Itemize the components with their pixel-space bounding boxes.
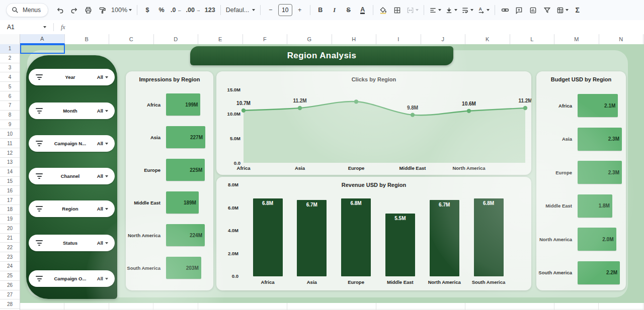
- formula-input[interactable]: [69, 20, 644, 34]
- column-header-H[interactable]: H: [332, 34, 377, 44]
- redo-button[interactable]: [67, 4, 80, 17]
- chart-icon: [529, 7, 537, 14]
- row-header-25[interactable]: 25: [0, 271, 20, 281]
- divider: [260, 5, 261, 15]
- column-header-K[interactable]: K: [465, 34, 510, 44]
- borders-button[interactable]: [391, 4, 404, 17]
- text-color-button[interactable]: A: [356, 4, 369, 17]
- text-wrap-button[interactable]: [460, 4, 475, 17]
- slicer-value-dropdown[interactable]: All: [97, 173, 108, 179]
- column-header-I[interactable]: I: [376, 34, 421, 44]
- row-header-24[interactable]: 24: [0, 262, 20, 271]
- row-header-3[interactable]: 3: [0, 63, 20, 73]
- font-select[interactable]: Defaul...: [224, 4, 257, 17]
- insert-link-button[interactable]: [499, 4, 512, 17]
- row-header-15[interactable]: 15: [0, 177, 20, 186]
- strikethrough-button[interactable]: S: [342, 4, 355, 17]
- vertical-align-button[interactable]: [444, 4, 459, 17]
- row-header-23[interactable]: 23: [0, 252, 20, 262]
- slicer-value-dropdown[interactable]: All: [97, 108, 108, 114]
- row-header-18[interactable]: 18: [0, 205, 20, 215]
- column-header-J[interactable]: J: [421, 34, 466, 44]
- row-header-17[interactable]: 17: [0, 195, 20, 205]
- increase-font-size-button[interactable]: +: [293, 4, 306, 17]
- column-header-F[interactable]: F: [243, 34, 288, 44]
- column-header-C[interactable]: C: [109, 34, 154, 44]
- category-label: North America: [536, 228, 576, 251]
- row-header-28[interactable]: 28: [0, 299, 20, 309]
- column-header-M[interactable]: M: [554, 34, 599, 44]
- column-header-D[interactable]: D: [154, 34, 199, 44]
- decrease-decimal-button[interactable]: .0←: [169, 4, 183, 17]
- bold-button[interactable]: B: [314, 4, 327, 17]
- row-header-11[interactable]: 11: [0, 139, 20, 148]
- fill-color-button[interactable]: [377, 4, 390, 17]
- merge-cells-button[interactable]: [405, 4, 420, 17]
- slicer-year[interactable]: YearAll: [29, 69, 115, 85]
- print-button[interactable]: [82, 4, 95, 17]
- row-header-5[interactable]: 5: [0, 82, 20, 91]
- row-header-10[interactable]: 10: [0, 129, 20, 139]
- slicer-value-dropdown[interactable]: All: [97, 206, 108, 212]
- column-header-G[interactable]: G: [287, 34, 332, 44]
- row-header-19[interactable]: 19: [0, 215, 20, 224]
- zoom-select[interactable]: 100%: [110, 4, 133, 17]
- row-header-21[interactable]: 21: [0, 234, 20, 243]
- row-header-14[interactable]: 14: [0, 167, 20, 177]
- format-currency-button[interactable]: $: [141, 4, 154, 17]
- column-header-N[interactable]: N: [599, 34, 644, 44]
- row-header-22[interactable]: 22: [0, 243, 20, 252]
- slicer-value-dropdown[interactable]: All: [97, 240, 108, 246]
- functions-button[interactable]: Σ: [571, 4, 584, 17]
- slicer-campaign-o[interactable]: Campaign O...All: [29, 270, 115, 287]
- row-header-20[interactable]: 20: [0, 224, 20, 234]
- row-header-16[interactable]: 16: [0, 186, 20, 195]
- slicer-channel[interactable]: ChannelAll: [29, 168, 115, 184]
- column-header-A[interactable]: A: [20, 34, 65, 44]
- column-header-E[interactable]: E: [198, 34, 243, 44]
- row-header-1[interactable]: 1: [0, 44, 20, 54]
- row-header-8[interactable]: 8: [0, 111, 20, 120]
- category-label: Asia: [536, 128, 576, 151]
- horizontal-align-button[interactable]: [428, 4, 443, 17]
- paint-format-button[interactable]: [96, 4, 109, 17]
- column-header-B[interactable]: B: [65, 34, 110, 44]
- row-header-13[interactable]: 13: [0, 158, 20, 167]
- revenue-chart-card[interactable]: Revenue USD by Region0.02.0M4.0M6.0M8.0M…: [216, 177, 531, 290]
- slicer-value-dropdown[interactable]: All: [97, 141, 108, 146]
- italic-button[interactable]: I: [328, 4, 341, 17]
- row-header-4[interactable]: 4: [0, 72, 20, 82]
- table-tools-button[interactable]: [555, 4, 570, 17]
- insert-comment-button[interactable]: [513, 4, 526, 17]
- clicks-chart-card[interactable]: Clicks by Region0.05.0M10.0M15.0M10.7M11…: [216, 71, 531, 175]
- slicer-value-dropdown[interactable]: All: [97, 276, 108, 281]
- row-header-7[interactable]: 7: [0, 101, 20, 111]
- slicer-label: Status: [43, 240, 97, 246]
- slicer-campaign-n[interactable]: Campaign N...All: [29, 135, 115, 152]
- row-header-6[interactable]: 6: [0, 91, 20, 101]
- create-filter-button[interactable]: [541, 4, 554, 17]
- slicer-value-dropdown[interactable]: All: [97, 74, 108, 80]
- row-header-26[interactable]: 26: [0, 281, 20, 290]
- select-all-corner[interactable]: [0, 34, 20, 44]
- row-header-27[interactable]: 27: [0, 290, 20, 300]
- name-box[interactable]: A1: [0, 24, 50, 31]
- increase-decimal-button[interactable]: .00→: [184, 4, 202, 17]
- row-header-9[interactable]: 9: [0, 120, 20, 130]
- impressions-chart-card[interactable]: Impressions by RegionAfrica199MAsia227ME…: [126, 71, 213, 290]
- format-percent-button[interactable]: %: [155, 4, 168, 17]
- budget-chart-card[interactable]: Budget USD by RegionAfrica2.1MAsia2.3MEu…: [536, 71, 626, 290]
- font-size-input[interactable]: 10: [278, 4, 292, 16]
- decrease-font-size-button[interactable]: −: [264, 4, 277, 17]
- menus-search[interactable]: Menus: [6, 3, 48, 17]
- column-header-L[interactable]: L: [510, 34, 555, 44]
- slicer-region[interactable]: RegionAll: [29, 200, 115, 217]
- row-header-12[interactable]: 12: [0, 148, 20, 158]
- undo-button[interactable]: [53, 4, 66, 17]
- insert-chart-button[interactable]: [527, 4, 540, 17]
- text-rotation-button[interactable]: A: [476, 4, 491, 17]
- more-formats-button[interactable]: 123: [203, 4, 217, 17]
- slicer-month[interactable]: MonthAll: [29, 102, 115, 119]
- slicer-status[interactable]: StatusAll: [29, 235, 115, 251]
- row-header-2[interactable]: 2: [0, 54, 20, 63]
